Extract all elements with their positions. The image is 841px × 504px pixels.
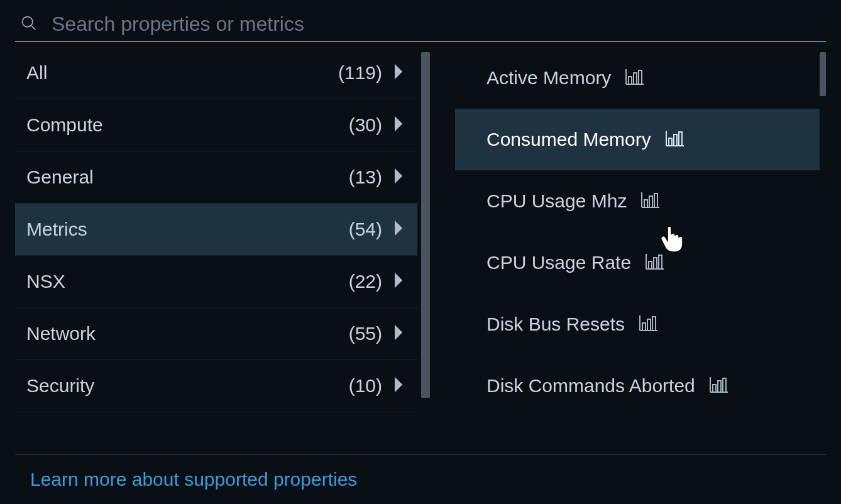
metric-label: Active Memory	[486, 67, 611, 89]
svg-rect-4	[629, 77, 632, 84]
footer: Learn more about supported properties	[15, 454, 826, 504]
category-item-security[interactable]: Security(10)	[15, 360, 417, 412]
metric-label: Disk Bus Resets	[486, 314, 625, 335]
category-count: (10)	[349, 375, 382, 397]
svg-rect-15	[649, 196, 652, 207]
category-meta: (119)	[338, 62, 405, 84]
svg-rect-11	[679, 132, 682, 146]
category-label: Metrics	[26, 219, 87, 240]
svg-rect-14	[644, 200, 647, 207]
svg-rect-24	[642, 323, 646, 331]
search-bar	[15, 13, 826, 42]
category-count: (22)	[349, 271, 382, 292]
category-panel: All(119)Compute(30)General(13)Metrics(54…	[15, 47, 430, 454]
category-label: Security	[26, 375, 94, 397]
metric-item-cpu-usage-mhz[interactable]: CPU Usage Mhz	[455, 170, 820, 232]
category-label: All	[26, 62, 47, 84]
svg-rect-19	[649, 261, 652, 269]
category-count: (30)	[349, 114, 382, 136]
svg-rect-21	[659, 255, 662, 269]
metric-item-active-memory[interactable]: Active Memory	[455, 47, 820, 109]
bar-chart-icon	[665, 129, 685, 150]
svg-rect-25	[647, 319, 651, 331]
scrollbar[interactable]	[820, 52, 826, 96]
category-item-compute[interactable]: Compute(30)	[15, 99, 417, 151]
metric-item-disk-bus-resets[interactable]: Disk Bus Resets	[455, 293, 820, 355]
category-label: Network	[26, 323, 96, 344]
category-meta: (55)	[349, 323, 405, 344]
metric-label: CPU Usage Rate	[486, 252, 631, 273]
chevron-right-icon	[393, 167, 405, 187]
bar-chart-icon	[709, 376, 729, 396]
category-item-metrics[interactable]: Metrics(54)	[15, 204, 417, 256]
category-meta: (54)	[349, 219, 405, 240]
category-item-network[interactable]: Network(55)	[15, 308, 417, 360]
category-item-all[interactable]: All(119)	[15, 47, 417, 99]
category-item-nsx[interactable]: NSX(22)	[15, 256, 417, 308]
svg-line-1	[31, 25, 36, 30]
category-label: General	[26, 167, 94, 188]
category-meta: (13)	[349, 167, 405, 188]
svg-rect-31	[723, 378, 726, 392]
metric-label: CPU Usage Mhz	[486, 190, 627, 212]
category-item-general[interactable]: General(13)	[15, 151, 417, 204]
category-count: (119)	[338, 62, 382, 84]
metric-label: Disk Commands Aborted	[486, 375, 695, 397]
metric-label: Consumed Memory	[486, 129, 651, 150]
bar-chart-icon	[625, 68, 645, 88]
scrollbar[interactable]	[421, 52, 430, 398]
bar-chart-icon	[640, 191, 661, 211]
metric-item-disk-commands-aborted[interactable]: Disk Commands Aborted	[455, 355, 820, 417]
metric-item-consumed-memory[interactable]: Consumed Memory	[455, 109, 820, 170]
bar-chart-icon	[645, 253, 665, 273]
svg-rect-16	[654, 194, 657, 207]
svg-rect-26	[652, 317, 656, 331]
chevron-right-icon	[393, 324, 405, 344]
category-meta: (30)	[349, 114, 405, 136]
bar-chart-icon	[639, 314, 659, 334]
chevron-right-icon	[393, 63, 405, 83]
search-input[interactable]	[52, 13, 826, 36]
category-meta: (10)	[349, 375, 405, 397]
chevron-right-icon	[393, 271, 405, 292]
content-area: All(119)Compute(30)General(13)Metrics(54…	[15, 47, 826, 454]
category-label: NSX	[26, 271, 65, 292]
category-count: (13)	[349, 167, 382, 188]
svg-rect-30	[718, 381, 721, 392]
category-count: (55)	[349, 323, 382, 344]
chevron-right-icon	[393, 219, 405, 239]
category-meta: (22)	[349, 271, 405, 292]
svg-point-0	[23, 16, 33, 26]
svg-rect-9	[669, 138, 672, 146]
svg-rect-6	[639, 70, 642, 84]
svg-rect-10	[674, 134, 677, 146]
svg-rect-5	[634, 73, 637, 84]
category-label: Compute	[26, 114, 103, 136]
metrics-panel: Active MemoryConsumed MemoryCPU Usage Mh…	[430, 47, 826, 454]
svg-rect-29	[713, 385, 716, 392]
main-container: All(119)Compute(30)General(13)Metrics(54…	[0, 0, 841, 504]
chevron-right-icon	[393, 115, 405, 135]
category-count: (54)	[349, 219, 382, 240]
learn-more-link[interactable]: Learn more about supported properties	[30, 469, 357, 490]
search-icon	[15, 14, 52, 35]
svg-rect-20	[654, 258, 657, 269]
chevron-right-icon	[393, 376, 405, 396]
metric-item-cpu-usage-rate[interactable]: CPU Usage Rate	[455, 232, 820, 293]
